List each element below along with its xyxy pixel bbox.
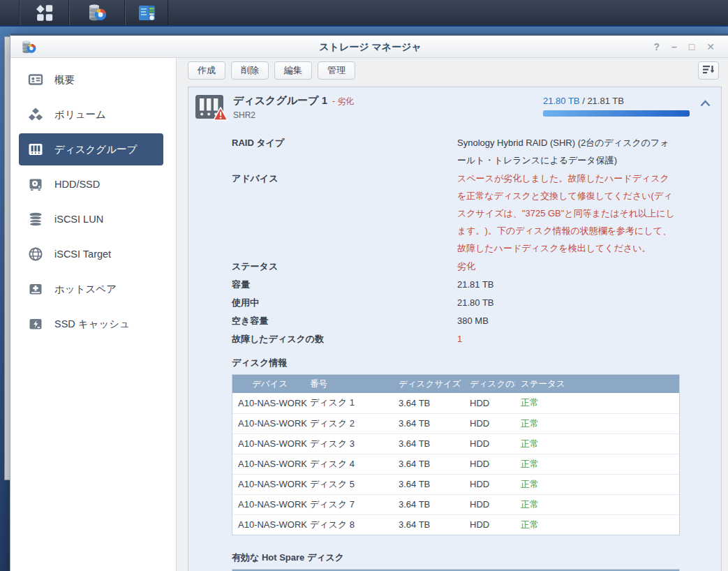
warning-icon — [213, 107, 228, 124]
content-area: 作成削除編集管理 ディスクグループ 1 - 劣化 SHR2 — [177, 58, 728, 571]
field-value: 劣化 — [457, 258, 678, 275]
minimize-button[interactable]: – — [671, 42, 677, 52]
sidebar-item-label: ボリューム — [54, 108, 106, 121]
field-value: Synology Hybrid RAID (SHR) (2台のディスクのフォール… — [457, 134, 678, 169]
disk-group-icon — [27, 141, 44, 158]
table-cell: 正常 — [515, 494, 679, 514]
maximize-button[interactable]: □ — [689, 42, 694, 52]
table-cell: 正常 — [515, 474, 679, 494]
iscsi-lun-icon — [27, 211, 44, 228]
table-cell: ディスク 8 — [304, 514, 393, 535]
sidebar-item-label: 概要 — [54, 73, 75, 87]
disk-group-fields: RAID タイプSynology Hybrid RAID (SHR) (2台のデ… — [232, 134, 711, 348]
field-label: RAID タイプ — [232, 134, 457, 169]
table-cell: ディスク 4 — [304, 454, 393, 474]
sidebar-item-hot-spare[interactable]: ホットスペア — [19, 273, 163, 305]
field-row: アドバイススペースが劣化しました。故障したハードディスクを正常なディスクと交換し… — [232, 170, 711, 257]
table-row[interactable]: A10-NAS-WORKディスク 73.64 TBHDD正常 — [232, 494, 679, 514]
table-cell: HDD — [464, 454, 515, 474]
create-button[interactable]: 作成 — [188, 61, 225, 80]
chevron-up-icon[interactable] — [699, 98, 711, 122]
disk-info-heading: ディスク情報 — [232, 357, 721, 369]
field-label: 使用中 — [232, 294, 457, 311]
field-label: ステータス — [232, 258, 457, 275]
iscsi-target-icon — [27, 246, 44, 262]
field-label: 容量 — [232, 276, 457, 293]
table-row[interactable]: A10-NAS-WORKディスク 23.64 TBHDD正常 — [232, 413, 679, 433]
usage-summary: 21.80 TB / 21.81 TB — [543, 96, 690, 122]
table-cell: 3.64 TB — [393, 454, 464, 474]
storage-manager-icon — [87, 3, 107, 22]
disk-group-title: ディスクグループ 1 — [233, 94, 327, 107]
sidebar-item-iscsi-lun[interactable]: iSCSI LUN — [19, 203, 163, 235]
column-header[interactable]: ディスクサイズ — [393, 375, 464, 393]
help-button[interactable]: ? — [653, 42, 660, 52]
table-row[interactable]: A10-NAS-WORKディスク 13.64 TBHDD正常 — [232, 393, 679, 413]
storage-manager-button[interactable] — [69, 0, 125, 25]
resource-monitor-icon — [138, 3, 156, 22]
window-title: ストレージ マネージャ — [10, 36, 728, 58]
table-cell: HDD — [464, 494, 515, 514]
table-cell: A10-NAS-WORK — [232, 474, 304, 494]
usage-bar — [543, 110, 690, 117]
resource-monitor-button[interactable] — [125, 0, 168, 25]
table-cell: HDD — [464, 433, 515, 454]
table-cell: A10-NAS-WORK — [232, 433, 304, 454]
storage-manager-window: ストレージ マネージャ ?–□✕ 概要ボリュームディスクグループHDD/SSDi… — [10, 34, 728, 571]
column-header[interactable]: ディスクの種類 — [464, 375, 515, 393]
table-cell: 3.64 TB — [393, 494, 464, 514]
sidebar-item-disk-group[interactable]: ディスクグループ — [19, 133, 163, 165]
sidebar-item-label: HDD/SSD — [54, 179, 100, 190]
main-menu-icon — [35, 3, 54, 22]
sort-button[interactable] — [698, 61, 719, 80]
sidebar-item-overview[interactable]: 概要 — [19, 64, 163, 96]
field-label: 空き容量 — [232, 312, 457, 329]
table-row[interactable]: A10-NAS-WORKディスク 83.64 TBHDD正常 — [232, 514, 679, 535]
edit-button[interactable]: 編集 — [274, 61, 312, 80]
delete-button[interactable]: 削除 — [231, 61, 269, 80]
disk-group-icon — [195, 94, 227, 122]
table-row[interactable]: A10-NAS-WORKディスク 43.64 TBHDD正常 — [232, 454, 679, 474]
field-label: アドバイス — [232, 170, 457, 257]
disk-group-status: - 劣化 — [332, 96, 354, 107]
table-cell: A10-NAS-WORK — [232, 454, 304, 474]
table-cell: ディスク 5 — [304, 474, 393, 494]
usage-used: 21.80 TB — [543, 96, 580, 106]
table-cell: 3.64 TB — [393, 474, 464, 494]
table-cell: 3.64 TB — [393, 413, 464, 433]
usage-total: 21.81 TB — [587, 96, 624, 106]
field-value: スペースが劣化しました。故障したハードディスクを正常なディスクと交換して修復して… — [457, 170, 678, 257]
sidebar-item-iscsi-target[interactable]: iSCSI Target — [19, 238, 163, 270]
sidebar-item-label: iSCSI LUN — [54, 214, 103, 225]
field-row: RAID タイプSynology Hybrid RAID (SHR) (2台のデ… — [232, 134, 711, 169]
table-cell: 正常 — [515, 433, 679, 454]
sidebar-item-volume[interactable]: ボリューム — [19, 98, 163, 131]
sidebar-item-label: iSCSI Target — [54, 249, 111, 260]
table-cell: A10-NAS-WORK — [232, 514, 304, 535]
hot-spare-heading: 有効な Hot Spare ディスク — [232, 551, 721, 564]
column-header[interactable]: 番号 — [304, 375, 393, 393]
disk-group-header[interactable]: ディスクグループ 1 - 劣化 SHR2 21.80 TB / 21.81 TB — [188, 87, 721, 122]
table-row[interactable]: A10-NAS-WORKディスク 33.64 TBHDD正常 — [232, 433, 679, 454]
table-cell: A10-NAS-WORK — [232, 393, 304, 413]
field-value: 21.81 TB — [457, 276, 678, 293]
field-row: ステータス劣化 — [232, 258, 711, 275]
volume-icon — [27, 106, 44, 123]
column-header[interactable]: ステータス — [515, 375, 679, 393]
field-row: 容量21.81 TB — [232, 276, 711, 293]
table-cell: HDD — [464, 413, 515, 433]
disk-group-panel: ディスクグループ 1 - 劣化 SHR2 21.80 TB / 21.81 TB — [188, 87, 722, 571]
taskbar — [0, 0, 728, 27]
manage-button[interactable]: 管理 — [318, 61, 355, 80]
field-label: 故障したディスクの数 — [232, 330, 457, 348]
disk-info-table: デバイス番号ディスクサイズディスクの種類ステータスA10-NAS-WORKディス… — [232, 374, 680, 535]
table-row[interactable]: A10-NAS-WORKディスク 53.64 TBHDD正常 — [232, 474, 679, 494]
window-titlebar: ストレージ マネージャ ?–□✕ — [10, 36, 728, 58]
sidebar: 概要ボリュームディスクグループHDD/SSDiSCSI LUNiSCSI Tar… — [10, 58, 177, 571]
close-button[interactable]: ✕ — [706, 42, 715, 52]
main-menu-button[interactable] — [20, 0, 69, 25]
sidebar-item-ssd-cache[interactable]: SSD キャッシュ — [19, 308, 163, 340]
sidebar-item-hdd-ssd[interactable]: HDD/SSD — [19, 168, 163, 200]
field-value: 21.80 TB — [457, 294, 678, 311]
column-header[interactable]: デバイス — [232, 375, 304, 393]
